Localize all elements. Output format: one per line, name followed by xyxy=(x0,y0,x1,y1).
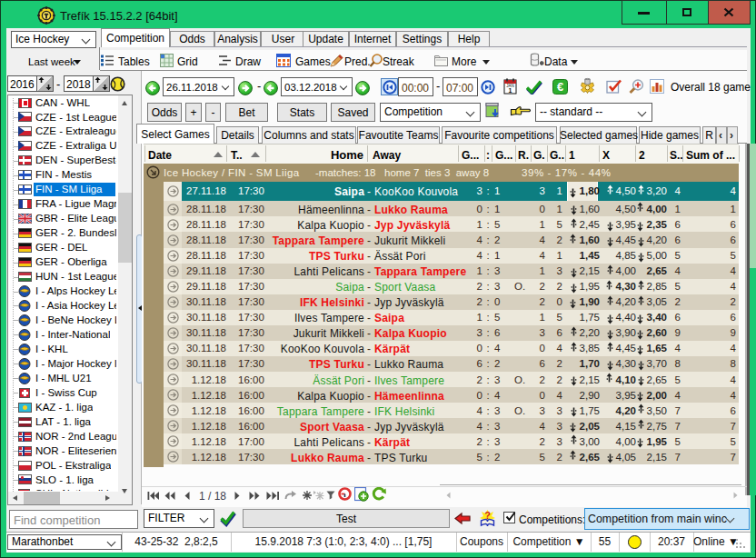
svg-text:1: 1 xyxy=(509,87,512,94)
svg-text:?: ? xyxy=(484,510,491,521)
svg-text:€: € xyxy=(557,80,563,94)
